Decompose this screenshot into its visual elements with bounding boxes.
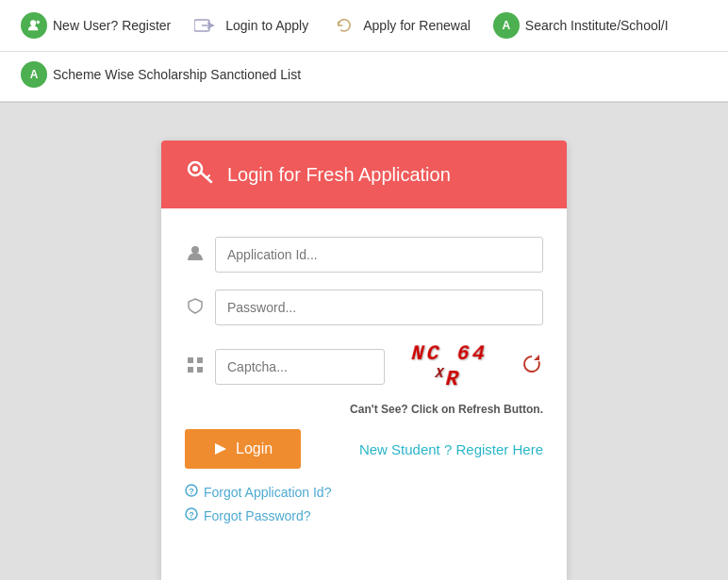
captcha-display-text: NC 64 XR (392, 342, 505, 391)
cant-see-text: Can't See? Click on Refresh Button. (185, 403, 543, 416)
shield-icon (185, 297, 206, 319)
svg-point-6 (192, 166, 198, 172)
nav-item-search-institute[interactable]: A Search Institute/School/I (482, 5, 680, 46)
forgot-application-id-label: Forgot Application Id? (204, 485, 331, 500)
login-arrow-icon (193, 12, 220, 39)
renewal-label: Apply for Renewal (363, 18, 471, 33)
login-card: Login for Fresh Application (161, 141, 567, 580)
password-input[interactable] (215, 290, 543, 325)
svg-rect-12 (188, 367, 193, 373)
forgot-password-link[interactable]: ? Forgot Password? (185, 507, 543, 523)
svg-point-9 (191, 246, 199, 254)
scheme-wise-icon: A (21, 61, 47, 88)
login-button-label: Login (236, 440, 273, 457)
svg-text:?: ? (189, 487, 194, 496)
nav-item-login[interactable]: Login to Apply (182, 5, 320, 46)
new-user-label: New User? Register (53, 18, 171, 33)
captcha-grid-icon (185, 356, 206, 378)
svg-rect-11 (197, 357, 203, 363)
login-card-header: Login for Fresh Application (161, 141, 567, 208)
password-row (185, 290, 543, 325)
login-card-title: Login for Fresh Application (227, 164, 451, 186)
captcha-row: NC 64 XR (185, 342, 543, 391)
svg-point-0 (30, 20, 36, 25)
login-card-body: NC 64 XR Can't See? Click on Refresh But… (161, 208, 567, 555)
nav-item-scheme-wise[interactable]: A Scheme Wise Scholarship Sanctioned Lis… (9, 54, 312, 95)
nav-item-new-user[interactable]: New User? Register (9, 5, 182, 46)
forgot-section: ? Forgot Application Id? ? Forgot Passwo… (185, 484, 543, 523)
new-user-icon (21, 12, 47, 39)
svg-marker-14 (215, 443, 226, 455)
search-institute-icon: A (493, 12, 520, 39)
application-id-row (185, 237, 543, 273)
captcha-image: NC 64 XR (394, 342, 504, 391)
login-label: Login to Apply (225, 18, 308, 33)
svg-line-7 (201, 173, 211, 182)
action-row: Login New Student ? Register Here (185, 429, 543, 469)
register-link[interactable]: New Student ? Register Here (359, 441, 543, 457)
user-icon (185, 244, 206, 266)
svg-rect-10 (188, 357, 193, 363)
search-institute-label: Search Institute/School/I (525, 18, 669, 33)
forgot-application-id-link[interactable]: ? Forgot Application Id? (185, 484, 543, 500)
application-id-input[interactable] (215, 237, 543, 273)
login-button[interactable]: Login (185, 429, 301, 469)
svg-line-8 (207, 175, 209, 178)
main-content: Login for Fresh Application (0, 103, 728, 580)
forgot-password-label: Forgot Password? (204, 508, 311, 523)
top-nav: New User? Register Login to Apply App (0, 0, 728, 103)
nav-item-renewal[interactable]: Apply for Renewal (320, 5, 482, 46)
captcha-refresh-icon[interactable] (521, 353, 543, 381)
scheme-wise-label: Scheme Wise Scholarship Sanctioned List (53, 67, 301, 82)
renewal-icon (331, 12, 357, 39)
captcha-input[interactable] (215, 349, 385, 385)
question-circle-icon-2: ? (185, 507, 198, 523)
key-icon (185, 157, 213, 191)
question-circle-icon-1: ? (185, 484, 198, 500)
svg-text:?: ? (189, 510, 194, 520)
svg-rect-13 (197, 367, 203, 373)
